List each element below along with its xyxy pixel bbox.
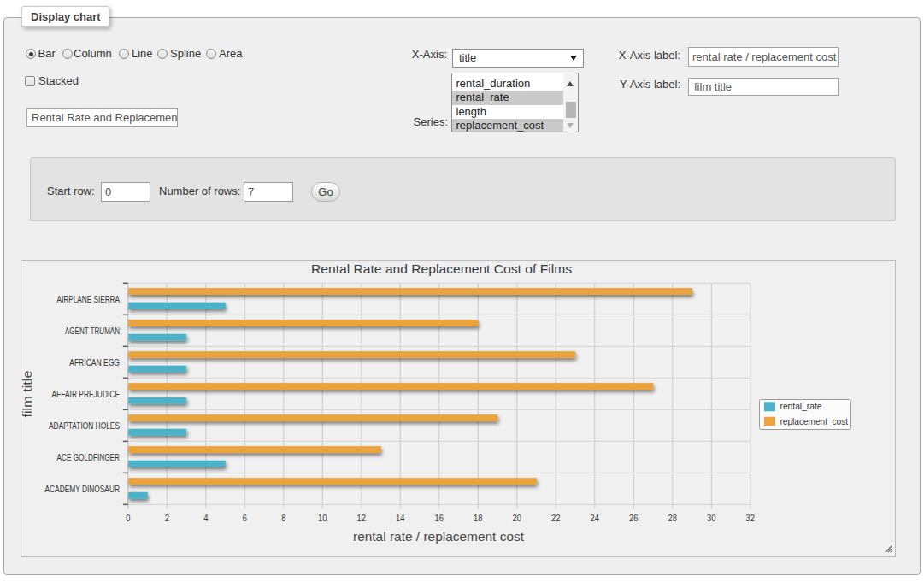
svg-text:16: 16 <box>435 513 444 523</box>
svg-text:32: 32 <box>746 513 755 523</box>
svg-text:ACE GOLDFINGER: ACE GOLDFINGER <box>57 452 121 462</box>
svg-text:4: 4 <box>203 513 209 523</box>
svg-text:AGENT TRUMAN: AGENT TRUMAN <box>65 326 120 336</box>
svg-text:18: 18 <box>474 513 482 523</box>
svg-text:14: 14 <box>396 513 405 523</box>
svg-text:rental rate / replacement cost: rental rate / replacement cost <box>353 530 524 544</box>
svg-text:rental_rate: rental_rate <box>780 401 822 411</box>
svg-text:AIRPLANE SIERRA: AIRPLANE SIERRA <box>57 294 121 304</box>
svg-text:10: 10 <box>318 513 327 523</box>
svg-text:film title: film title <box>21 371 34 418</box>
svg-text:ADAPTATION HOLES: ADAPTATION HOLES <box>49 420 120 431</box>
svg-text:ACADEMY DINOSAUR: ACADEMY DINOSAUR <box>45 484 121 494</box>
svg-text:2: 2 <box>165 513 169 523</box>
svg-text:20: 20 <box>513 513 521 523</box>
svg-text:26: 26 <box>629 513 638 523</box>
svg-text:12: 12 <box>357 513 366 523</box>
svg-text:30: 30 <box>707 513 715 523</box>
svg-text:22: 22 <box>551 513 560 523</box>
svg-text:replacement_cost: replacement_cost <box>780 416 849 426</box>
svg-text:24: 24 <box>591 513 600 523</box>
svg-text:AFRICAN EGG: AFRICAN EGG <box>69 357 120 367</box>
svg-text:Rental Rate and Replacement Co: Rental Rate and Replacement Cost of Film… <box>311 262 572 276</box>
svg-text:AFFAIR PREJUDICE: AFFAIR PREJUDICE <box>52 389 121 399</box>
svg-text:28: 28 <box>668 513 677 523</box>
svg-text:8: 8 <box>281 513 285 523</box>
svg-text:0: 0 <box>126 513 130 523</box>
svg-text:6: 6 <box>243 513 247 523</box>
